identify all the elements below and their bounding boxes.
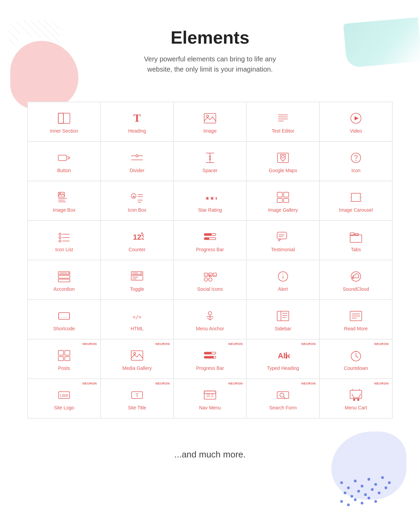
element-card-inner-section[interactable]: Inner Section [28, 102, 101, 141]
alert-icon: i [275, 270, 291, 283]
svg-point-14 [374, 483, 377, 486]
element-card-testimonial[interactable]: Testimonial [246, 221, 319, 260]
element-label: Video [350, 128, 362, 134]
element-card-nav-menu[interactable]: NEURONNav Menu [174, 379, 246, 418]
search-form-icon [275, 389, 291, 402]
element-card-countdown[interactable]: NEURONCountdown [319, 339, 392, 379]
element-card-icon[interactable]: Icon [319, 141, 392, 181]
social-icons-icon: f▶in [202, 270, 218, 283]
element-card-star-rating[interactable]: ★★★★Star Rating [174, 181, 246, 221]
svg-rect-70 [284, 192, 289, 197]
element-card-google-maps[interactable]: Google Maps [246, 141, 319, 181]
page-title: Elements [0, 27, 420, 48]
svg-line-168 [283, 396, 285, 398]
element-card-progress-bar[interactable]: Progress Bar [174, 221, 246, 260]
element-label: Icon Box [128, 207, 146, 213]
element-label: Counter [129, 247, 146, 252]
svg-text:i: i [283, 272, 283, 276]
svg-point-10 [347, 486, 350, 489]
element-label: Button [57, 168, 71, 173]
svg-point-171 [357, 399, 359, 401]
svg-text:★★★: ★★★ [205, 195, 217, 201]
svg-text:▶: ▶ [209, 274, 212, 277]
element-card-icon-box[interactable]: ★Icon Box [101, 181, 174, 221]
svg-rect-31 [58, 113, 63, 123]
element-label: Accordion [54, 286, 75, 292]
element-card-sidebar[interactable]: Sidebar [246, 300, 319, 339]
element-card-image[interactable]: Image [174, 102, 246, 141]
svg-point-22 [378, 492, 380, 494]
svg-rect-42 [58, 155, 66, 161]
soundcloud-icon [348, 270, 364, 283]
element-card-counter[interactable]: 123Counter [101, 221, 174, 260]
toggle-icon [129, 270, 145, 283]
svg-point-29 [374, 500, 377, 503]
neuron-badge: NEURON [301, 342, 316, 346]
element-label: Star Rating [198, 207, 222, 213]
svg-rect-102 [58, 275, 70, 278]
svg-point-55 [356, 160, 357, 161]
element-card-button[interactable]: Button [28, 141, 101, 181]
element-label: Typed Heading [267, 365, 299, 371]
element-card-media-gallery[interactable]: NEURONMedia Gallery [101, 339, 174, 379]
element-card-html[interactable]: </>HTML [101, 300, 174, 339]
posts-icon [56, 349, 72, 362]
element-card-toggle[interactable]: Toggle [101, 260, 174, 300]
element-label: HTML [131, 326, 144, 331]
image-icon [202, 112, 218, 125]
google-maps-icon [275, 151, 291, 164]
element-card-alert[interactable]: iAlert [246, 260, 319, 300]
svg-text:★: ★ [132, 195, 135, 198]
typed-heading-icon: Abc [275, 349, 291, 362]
element-card-soundcloud[interactable]: SoundCloud [319, 260, 392, 300]
element-label: Spacer [202, 168, 217, 173]
icon-list-icon [56, 230, 72, 243]
svg-rect-169 [350, 390, 362, 398]
neuron-badge: NEURON [82, 342, 97, 346]
svg-point-80 [59, 233, 61, 235]
element-card-divider[interactable]: Divider [101, 141, 174, 181]
svg-rect-142 [58, 357, 63, 361]
element-card-menu-cart[interactable]: NEURONMenu Cart [319, 379, 392, 418]
tabs-icon [348, 230, 364, 243]
element-card-text-editor[interactable]: Text Editor [246, 102, 319, 141]
element-card-typed-heading[interactable]: NEURONAbcTyped Heading [246, 339, 319, 379]
neuron-badge: NEURON [301, 382, 316, 385]
sidebar-icon [275, 310, 291, 322]
element-card-spacer[interactable]: Spacer [174, 141, 246, 181]
element-card-image-gallery[interactable]: Image Gallery [246, 181, 319, 221]
icon-box-icon: ★ [129, 191, 145, 204]
svg-rect-149 [204, 356, 214, 358]
element-card-accordion[interactable]: Accordion [28, 260, 101, 300]
svg-marker-41 [355, 116, 359, 120]
svg-rect-72 [284, 198, 289, 202]
element-card-image-box[interactable]: Image Box [28, 181, 101, 221]
element-card-menu-anchor[interactable]: Menu Anchor [174, 300, 246, 339]
svg-rect-71 [277, 198, 282, 202]
svg-point-28 [368, 497, 370, 499]
element-label: Image [204, 128, 217, 134]
element-card-site-title[interactable]: NEURONTSite Title [101, 379, 174, 418]
site-title-icon: T [129, 389, 145, 402]
element-card-video[interactable]: Video [319, 102, 392, 141]
element-label: SoundCloud [343, 286, 369, 292]
element-label: Progress Bar [196, 365, 224, 371]
element-card-shortcode[interactable]: [...]Shortcode [28, 300, 101, 339]
element-card-icon-list[interactable]: Icon List [28, 221, 101, 260]
element-card-tabs[interactable]: Tabs [319, 221, 392, 260]
element-label: Tabs [351, 247, 361, 252]
element-card-image-carousel[interactable]: Image Carousel [319, 181, 392, 221]
element-label: Social Icons [197, 286, 223, 292]
element-card-social-icons[interactable]: f▶inSocial Icons [174, 260, 246, 300]
element-card-site-logo[interactable]: NEURONLOGOSite Logo [28, 379, 101, 418]
element-label: Menu Cart [345, 405, 367, 410]
element-label: Site Logo [54, 405, 74, 410]
element-card-posts[interactable]: NEURONPosts [28, 339, 101, 379]
svg-text:T: T [136, 393, 139, 398]
element-card-read-more[interactable]: Read More [319, 300, 392, 339]
svg-text:[...]: [...] [57, 314, 71, 319]
element-card-search-form[interactable]: NEURONSearch Form [246, 379, 319, 418]
element-card-heading[interactable]: THeading [101, 102, 174, 141]
svg-point-145 [134, 352, 136, 355]
element-card-progress-bar2[interactable]: NEURONProgress Bar [174, 339, 246, 379]
